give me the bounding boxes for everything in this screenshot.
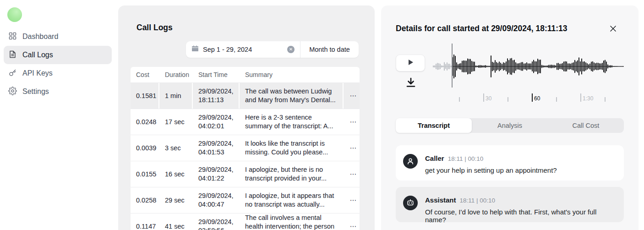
date-filter-bar: Sep 1 - 29, 2024 ✕ Month to date bbox=[186, 41, 359, 58]
timeline-tick bbox=[532, 93, 533, 102]
timeline-label: 30 bbox=[486, 95, 491, 102]
call-logs-icon bbox=[8, 50, 17, 60]
timeline-tick bbox=[556, 97, 557, 102]
timeline-label: 1:30 bbox=[583, 95, 593, 102]
tab-analysis[interactable]: Analysis bbox=[472, 118, 548, 133]
clear-circle-icon[interactable]: ✕ bbox=[287, 46, 295, 53]
message-timestamp: 18:11 | 00:10 bbox=[460, 197, 496, 204]
table-row[interactable]: 0.1581 1 min 29/09/2024, 18:11:13 The ca… bbox=[131, 82, 360, 109]
row-menu-button[interactable]: ⋯ bbox=[344, 135, 360, 161]
call-details-panel: Details for call started at 29/09/2024, … bbox=[381, 5, 639, 230]
column-header-summary: Summary bbox=[240, 67, 343, 82]
cell-summary: I apologize, but it appears that no tran… bbox=[240, 187, 343, 213]
sidebar-item-label: Settings bbox=[22, 88, 49, 96]
date-range-input[interactable]: Sep 1 - 29, 2024 ✕ bbox=[186, 41, 300, 58]
cell-duration: 16 sec bbox=[159, 161, 192, 187]
timeline-tick bbox=[605, 97, 606, 102]
cell-cost: 0.0258 bbox=[131, 187, 158, 213]
message-timestamp: 18:11 | 00:10 bbox=[448, 155, 484, 162]
sidebar-nav: Dashboard Call Logs API Keys Settings bbox=[4, 27, 112, 101]
cell-summary: The call was between Ludwig and Mary fro… bbox=[240, 83, 343, 109]
column-header-duration: Duration bbox=[159, 67, 192, 82]
timeline-tick bbox=[508, 97, 508, 102]
transcript-message: Assistant 18:11 | 00:10 Of course, I'd l… bbox=[396, 187, 624, 222]
call-logs-title: Call Logs bbox=[136, 23, 173, 33]
play-icon bbox=[406, 58, 415, 68]
details-tabs: TranscriptAnalysisCall Cost bbox=[396, 118, 624, 133]
play-button[interactable] bbox=[396, 55, 425, 71]
message-role: Assistant bbox=[425, 196, 456, 204]
cell-duration: 17 sec bbox=[159, 109, 192, 135]
cell-cost: 0.1147 bbox=[131, 214, 158, 230]
cell-start-time: 29/09/2024, 04:00:47 bbox=[193, 187, 239, 213]
table-row[interactable]: 0.0039 3 sec 29/09/2024, 04:01:53 It loo… bbox=[131, 135, 360, 161]
message-role: Caller bbox=[425, 154, 444, 162]
column-header-start-time: Start Time bbox=[193, 67, 239, 82]
table-row[interactable]: 0.0155 16 sec 29/09/2024, 04:01:22 I apo… bbox=[131, 161, 360, 187]
download-button[interactable] bbox=[405, 77, 417, 89]
cell-start-time: 29/09/2024, 04:02:01 bbox=[193, 109, 239, 135]
cell-cost: 0.1581 bbox=[131, 83, 158, 109]
transcript-messages: Caller 18:11 | 00:10 get your help in se… bbox=[396, 145, 624, 229]
table-header-row: Cost Duration Start Time Summary bbox=[131, 67, 360, 82]
sidebar-item-label: Dashboard bbox=[22, 33, 58, 41]
robot-icon bbox=[403, 196, 418, 210]
cell-start-time: 29/09/2024, 04:01:53 bbox=[193, 135, 239, 161]
cell-cost: 0.0039 bbox=[131, 135, 158, 161]
cell-summary: Here is a 2-3 sentence summary of the tr… bbox=[240, 109, 343, 135]
tab-call-cost[interactable]: Call Cost bbox=[548, 118, 624, 133]
cell-summary: It looks like the transcript is missing.… bbox=[240, 135, 343, 161]
row-menu-button[interactable]: ⋯ bbox=[344, 161, 360, 187]
message-text: get your help in setting up an appointme… bbox=[425, 166, 557, 174]
sidebar-item-label: API Keys bbox=[22, 69, 53, 77]
timeline-ruler: 30601:30 bbox=[433, 92, 624, 103]
sidebar-item-api-keys[interactable]: API Keys bbox=[4, 64, 112, 82]
column-header-menu bbox=[344, 67, 360, 82]
audio-waveform[interactable] bbox=[433, 44, 624, 88]
key-icon bbox=[8, 68, 17, 79]
details-title: Details for call started at 29/09/2024, … bbox=[396, 24, 568, 33]
sidebar-item-dashboard[interactable]: Dashboard bbox=[4, 27, 112, 46]
table-row[interactable]: 0.0248 17 sec 29/09/2024, 04:02:01 Here … bbox=[131, 109, 360, 135]
person-icon bbox=[403, 154, 418, 169]
sidebar-item-label: Call Logs bbox=[22, 51, 53, 59]
row-menu-button[interactable]: ⋯ bbox=[344, 187, 360, 213]
sidebar-item-call-logs[interactable]: Call Logs bbox=[4, 46, 112, 64]
month-to-date-button[interactable]: Month to date bbox=[300, 46, 359, 53]
timeline-tick bbox=[580, 93, 581, 102]
download-icon bbox=[405, 77, 416, 90]
timeline-tick bbox=[459, 97, 460, 102]
sidebar-item-settings[interactable]: Settings bbox=[4, 82, 112, 101]
timeline-label: 60 bbox=[534, 95, 540, 102]
table-row[interactable]: 0.0258 29 sec 29/09/2024, 04:00:47 I apo… bbox=[131, 187, 360, 213]
message-text: Of course, I'd love to help with that. F… bbox=[425, 208, 617, 224]
cell-duration: 1 min bbox=[159, 83, 192, 109]
app-logo bbox=[7, 7, 22, 22]
cell-cost: 0.0155 bbox=[131, 161, 158, 187]
table-body: 0.1581 1 min 29/09/2024, 18:11:13 The ca… bbox=[131, 82, 360, 230]
column-header-cost: Cost bbox=[131, 67, 158, 82]
row-menu-button[interactable]: ⋯ bbox=[344, 109, 360, 135]
cell-duration: 41 sec bbox=[159, 214, 192, 230]
gear-icon bbox=[8, 87, 17, 97]
table-row[interactable]: 0.1147 41 sec 29/09/2024, 03:58:56 The c… bbox=[131, 213, 360, 230]
dashboard-icon bbox=[8, 32, 17, 42]
cell-duration: 29 sec bbox=[159, 187, 192, 213]
cell-start-time: 29/09/2024, 03:58:56 bbox=[193, 214, 239, 230]
cell-duration: 3 sec bbox=[159, 135, 192, 161]
cell-start-time: 29/09/2024, 18:11:13 bbox=[193, 83, 239, 109]
row-menu-button[interactable]: ⋯ bbox=[344, 214, 360, 230]
sidebar: Dashboard Call Logs API Keys Settings bbox=[0, 0, 117, 230]
playhead-cursor[interactable] bbox=[452, 44, 453, 88]
close-icon[interactable] bbox=[608, 24, 617, 33]
cell-summary: The call involves a mental health interv… bbox=[240, 214, 343, 230]
calendar-icon bbox=[191, 45, 199, 54]
row-menu-button[interactable]: ⋯ bbox=[344, 83, 360, 109]
transcript-message: Caller 18:11 | 00:10 get your help in se… bbox=[396, 145, 624, 181]
cell-cost: 0.0248 bbox=[131, 109, 158, 135]
cell-start-time: 29/09/2024, 04:01:22 bbox=[193, 161, 239, 187]
timeline-tick bbox=[483, 93, 484, 102]
tab-transcript[interactable]: Transcript bbox=[396, 118, 472, 133]
call-logs-table: Cost Duration Start Time Summary 0.1581 … bbox=[131, 67, 360, 230]
cell-summary: I apologize, but there is no transcript … bbox=[240, 161, 343, 187]
